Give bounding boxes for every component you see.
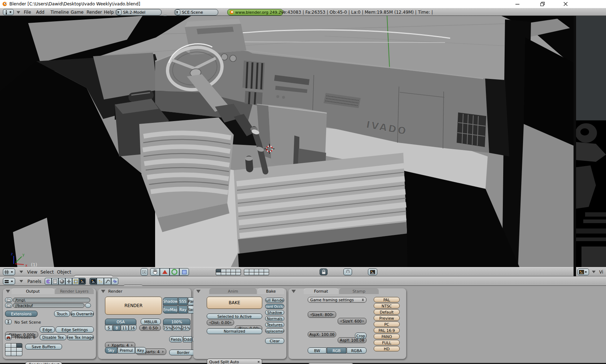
preset-default-button[interactable]: Default — [374, 309, 400, 315]
osa-11-button[interactable]: 11 — [121, 325, 128, 331]
backbuf-path-field[interactable]: //backbuf — [13, 303, 84, 308]
layer-buttons-group-2[interactable] — [244, 269, 269, 275]
preset-pal-button[interactable]: PAL — [374, 297, 400, 302]
save-buffers-toggle[interactable]: Save Buffers — [25, 344, 62, 350]
extensions-toggle[interactable]: Extensions — [5, 311, 38, 317]
premul-toggle[interactable]: Premul — [118, 347, 135, 354]
object-context-button[interactable] — [65, 278, 72, 285]
preset-preview-button[interactable]: Preview — [374, 315, 400, 321]
tab-bake[interactable]: Bake — [258, 288, 284, 294]
touch-toggle[interactable]: Touch — [54, 311, 70, 317]
sound-subcontext-button[interactable] — [111, 278, 118, 285]
sequencer-subcontext-button[interactable] — [97, 278, 104, 285]
editing-context-button[interactable] — [72, 278, 79, 285]
header-collapse-icon[interactable] — [17, 11, 20, 15]
menu-select[interactable]: Select — [40, 270, 54, 275]
pane-type-button[interactable] — [578, 268, 589, 275]
panel-collapse-icon[interactable] — [196, 290, 201, 295]
tab-anim[interactable]: Anim — [209, 288, 257, 294]
area-divider[interactable] — [574, 16, 576, 276]
scene-selector[interactable]: SCE:Scene — [174, 9, 218, 15]
bake-normals-option[interactable]: Normals — [265, 316, 284, 321]
translate-manipulator-button[interactable] — [160, 268, 170, 276]
osa-8-button[interactable]: 8 — [113, 325, 120, 331]
bw-toggle[interactable]: BW — [308, 347, 326, 354]
panel-collapse-icon[interactable] — [6, 290, 10, 295]
render-display-dropdown[interactable]: Render Window — [25, 361, 62, 364]
bake-displacement-option[interactable]: Displacement — [265, 328, 284, 333]
menu-timeline[interactable]: Timeline — [50, 10, 69, 15]
screen-browse-icon[interactable] — [117, 9, 122, 15]
normalized-toggle[interactable]: Normalized — [207, 328, 262, 334]
render-preview-button[interactable] — [368, 268, 377, 275]
edge-settings-button[interactable]: Edge Settings — [56, 327, 94, 333]
rgb-toggle[interactable]: RGB — [327, 347, 346, 354]
ray-toggle[interactable]: Ray — [178, 306, 188, 314]
shading-context-button[interactable] — [58, 278, 65, 285]
menu-object[interactable]: Object — [57, 270, 71, 275]
rotate-manipulator-button[interactable] — [170, 268, 179, 276]
scene-context-button[interactable] — [79, 278, 86, 285]
preset-pano-button[interactable]: PANO — [374, 334, 400, 339]
bake-dist-field[interactable]: Dist: 0.00 — [207, 320, 234, 325]
osa-5-button[interactable]: 5 — [105, 325, 113, 331]
script-context-button[interactable] — [52, 278, 58, 285]
preset-ntsc-button[interactable]: NTSC — [374, 303, 400, 308]
key-toggle[interactable]: Key — [135, 347, 146, 354]
aspx-field[interactable]: AspX: 100.00 — [308, 332, 336, 337]
autothreads-button[interactable] — [5, 334, 12, 340]
size-75-button[interactable]: 75% — [163, 325, 172, 331]
menu-view[interactable]: View — [27, 270, 37, 275]
backbuf-browse-button[interactable] — [5, 303, 12, 308]
restore-button[interactable] — [534, 0, 551, 8]
tab-format[interactable]: Format — [304, 288, 338, 294]
sizex-field[interactable]: SizeX: 800 — [308, 311, 336, 318]
preset-full-button[interactable]: FULL — [374, 340, 400, 345]
close-button[interactable] — [557, 0, 574, 8]
sizey-field[interactable]: SizeY: 600 — [338, 318, 366, 324]
preset-pc-button[interactable]: PC — [374, 321, 400, 327]
menu-render[interactable]: Render — [87, 10, 102, 15]
anim-subcontext-button[interactable] — [104, 278, 111, 285]
logic-context-button[interactable] — [45, 278, 52, 285]
menu-add[interactable]: Add — [36, 10, 44, 15]
viewport-type-button[interactable] — [3, 268, 15, 275]
size-50-button[interactable]: 50% — [172, 325, 181, 331]
render-subcontext-button[interactable] — [89, 278, 97, 285]
menu-game[interactable]: Game — [71, 10, 84, 15]
tab-stamp[interactable]: Stamp — [339, 288, 379, 294]
pane-menu-view[interactable]: Vi — [599, 270, 603, 275]
bake-button[interactable]: BAKE — [207, 297, 262, 309]
edge-toggle[interactable]: Edge — [40, 327, 55, 333]
preset-pal169-button[interactable]: PAL 16:9 — [374, 328, 400, 333]
disable-tex-toggle[interactable]: Disable Tex — [40, 334, 66, 340]
minimize-button[interactable] — [509, 0, 526, 8]
layer-1-active[interactable] — [216, 269, 221, 272]
render-display-position-widget[interactable] — [5, 343, 22, 356]
lock-layers-button[interactable] — [320, 268, 328, 275]
panel-collapse-icon[interactable] — [291, 290, 296, 295]
header-collapse-icon[interactable] — [19, 280, 23, 284]
blur-factor-field[interactable]: Bf: 0.50 — [139, 325, 161, 331]
snap-button[interactable] — [343, 268, 352, 275]
bake-textures-option[interactable]: Textures — [265, 322, 284, 327]
envmap-toggle[interactable]: EnvMap — [163, 306, 178, 314]
header-collapse-icon[interactable] — [19, 271, 23, 275]
render-output-path-field[interactable]: /tmp\ — [13, 298, 90, 302]
osa-16-button[interactable]: 16 — [129, 325, 136, 331]
3d-viewport[interactable]: IVADO — [0, 16, 574, 267]
tab-output[interactable]: Output — [12, 288, 54, 294]
render-button[interactable]: RENDER — [105, 297, 162, 315]
set-scene-dropdown[interactable] — [5, 319, 12, 324]
fields-toggle[interactable]: Fields — [169, 336, 183, 342]
screen-selector[interactable]: SR:2-Model — [115, 9, 162, 15]
secondary-view-pane[interactable] — [576, 16, 606, 267]
menu-panels[interactable]: Panels — [27, 279, 41, 284]
tab-render-layers[interactable]: Render Layers — [55, 288, 94, 294]
size-25-button[interactable]: 25% — [182, 325, 190, 331]
version-badge[interactable]: www.blender.org 249.2 — [227, 9, 283, 15]
bake-full-render-option[interactable]: Full Render — [265, 298, 284, 303]
hand-tool-button[interactable] — [150, 268, 160, 276]
scale-manipulator-button[interactable] — [179, 268, 189, 276]
osa-toggle[interactable]: OSA — [105, 319, 136, 325]
